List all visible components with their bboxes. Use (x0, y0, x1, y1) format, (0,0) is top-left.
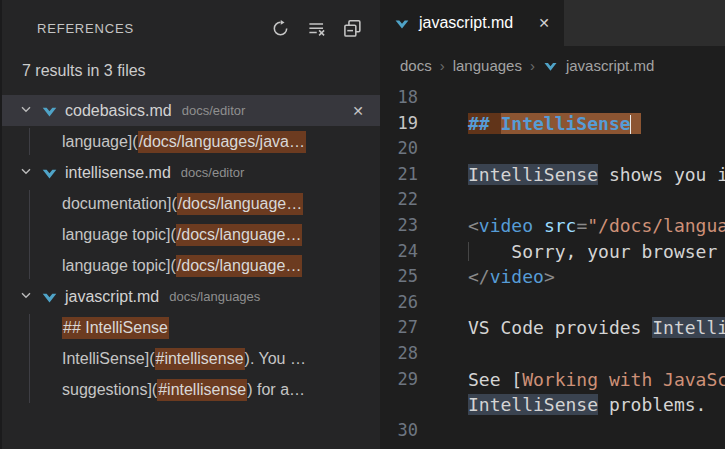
highlighted-code-segment: IntelliSense (501, 113, 631, 134)
reference-result-row[interactable]: suggestions](#intellisense) for a… (2, 374, 380, 405)
code-segment: "/docs/language (587, 215, 725, 236)
tab-javascript-md[interactable]: javascript.md ✕ (380, 0, 564, 46)
line-number: 19 (380, 111, 468, 137)
reference-result-row[interactable]: ## IntelliSense (2, 312, 380, 343)
reference-result-row[interactable]: language topic](/docs/language… (2, 219, 380, 250)
match-highlight: #intellisense (155, 348, 245, 370)
chevron-down-icon[interactable] (18, 163, 34, 183)
result-text: suggestions]( (62, 381, 157, 399)
code-segment: Working with JavaScri (522, 369, 725, 390)
reference-result-row[interactable]: language](/docs/languages/java… (2, 126, 380, 157)
reference-result-row[interactable]: documentation](/docs/language… (2, 188, 380, 219)
code-segment: video (490, 266, 544, 287)
file-name: codebasics.md (65, 102, 172, 120)
reference-result-row[interactable]: IntelliSense](#intellisense). You … (2, 343, 380, 374)
markdown-icon (394, 15, 410, 31)
code-text: IntelliSense problems. (468, 392, 706, 418)
markdown-icon (41, 164, 58, 181)
panel-toolbar (269, 17, 364, 40)
file-result-row[interactable]: javascript.mddocs/languages (2, 281, 380, 312)
highlighted-code-segment: IntelliSense (468, 394, 598, 415)
references-panel: REFERENCES (0, 0, 380, 449)
line-number: 27 (380, 315, 468, 341)
file-name: intellisense.md (65, 164, 171, 182)
highlighted-code-segment (631, 113, 642, 134)
file-path: docs/editor (181, 165, 368, 180)
panel-title: REFERENCES (37, 21, 269, 36)
dismiss-icon[interactable]: ✕ (348, 103, 368, 119)
line-number: 25 (380, 264, 468, 290)
reference-result-row[interactable]: language topic](/docs/language… (2, 250, 380, 281)
refresh-button[interactable] (269, 17, 292, 40)
code-text: <video src="/docs/language (468, 213, 725, 239)
clear-all-button[interactable] (305, 17, 328, 40)
breadcrumb-item[interactable]: languages (453, 57, 522, 74)
editor-line: 25</video> (380, 264, 725, 290)
breadcrumbs: docs›languages›javascript.md (380, 46, 725, 84)
code-segment: video (479, 215, 533, 236)
result-text: documentation]( (62, 195, 177, 213)
match-highlight: /docs/language… (176, 224, 303, 246)
clear-all-icon (307, 19, 326, 38)
breadcrumb-item[interactable]: docs (400, 57, 432, 74)
code-segment: < (468, 215, 479, 236)
line-number: 21 (380, 162, 468, 188)
file-results-group: language](/docs/languages/java… (2, 126, 380, 157)
editor-line: 28 (380, 341, 725, 367)
indent-guide-line (468, 242, 469, 262)
line-number: 24 (380, 239, 468, 265)
code-text: See [Working with JavaScri (468, 367, 725, 393)
code-segment: Sorry, your browser do (468, 241, 725, 262)
editor-line: IntelliSense problems. (380, 392, 725, 418)
file-result-row[interactable]: intellisense.mddocs/editor (2, 157, 380, 188)
editor-line: 23<video src="/docs/language (380, 213, 725, 239)
breadcrumb-item[interactable]: javascript.md (566, 57, 654, 74)
collapse-all-button[interactable] (341, 17, 364, 40)
code-text: Sorry, your browser do (468, 239, 725, 265)
breadcrumb-separator-icon: › (440, 57, 445, 74)
file-result-row[interactable]: codebasics.mddocs/editor✕ (2, 95, 380, 126)
highlighted-code-segment: IntelliSen (652, 317, 725, 338)
file-path: docs/editor (182, 103, 342, 118)
markdown-icon (41, 102, 58, 119)
code-segment: = (576, 215, 587, 236)
editor-line: 29See [Working with JavaScri (380, 367, 725, 393)
editor-line: 30 (380, 418, 725, 444)
editor-line: 20 (380, 136, 725, 162)
match-highlight: /docs/languages/java… (138, 131, 306, 153)
panel-header: REFERENCES (2, 0, 380, 56)
tab-label: javascript.md (419, 14, 529, 32)
editor-line: 21IntelliSense shows you int (380, 162, 725, 188)
chevron-down-icon[interactable] (18, 287, 34, 307)
vscode-window: REFERENCES (0, 0, 725, 449)
editor-code-area[interactable]: 1819## IntelliSense 2021IntelliSense sho… (380, 84, 725, 449)
chevron-down-icon[interactable] (18, 101, 34, 121)
code-segment: VS Code provides (468, 317, 652, 338)
tab-close-icon[interactable]: ✕ (538, 15, 550, 31)
code-segment (533, 215, 544, 236)
highlighted-code-segment: IntelliSense (468, 164, 598, 185)
line-number: 29 (380, 367, 468, 393)
line-number (380, 392, 468, 418)
code-segment: shows you int (598, 164, 725, 185)
result-text: language topic]( (62, 257, 176, 275)
match-highlight: /docs/language… (177, 193, 304, 215)
result-text: ). You … (245, 350, 306, 368)
results-summary: 7 results in 3 files (2, 56, 380, 86)
results-tree: codebasics.mddocs/editor✕language](/docs… (2, 95, 380, 405)
result-text: language]( (62, 133, 138, 151)
line-number: 23 (380, 213, 468, 239)
line-number: 18 (380, 85, 468, 111)
editor-line: 26 (380, 290, 725, 316)
editor-line: 24 Sorry, your browser do (380, 239, 725, 265)
line-number: 20 (380, 136, 468, 162)
editor-line: 18 (380, 85, 725, 111)
collapse-all-icon (343, 19, 362, 38)
line-number: 28 (380, 341, 468, 367)
editor-line: 22 (380, 187, 725, 213)
code-text: VS Code provides IntelliSen (468, 315, 725, 341)
file-name: javascript.md (65, 288, 159, 306)
markdown-icon (41, 288, 58, 305)
markdown-icon (543, 58, 558, 73)
line-number: 30 (380, 418, 468, 444)
